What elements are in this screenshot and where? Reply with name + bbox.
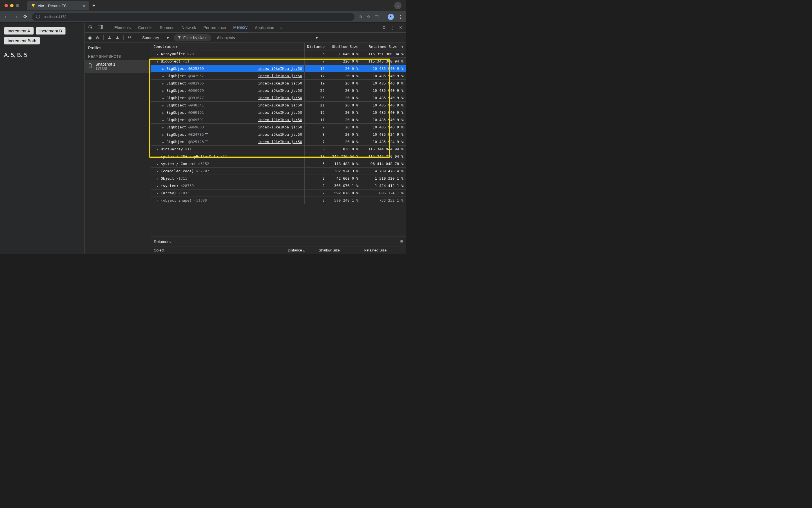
triangle-closed-icon[interactable] [157, 176, 160, 180]
triangle-closed-icon[interactable] [163, 81, 165, 85]
new-tab-button[interactable]: + [92, 3, 95, 9]
col-distance[interactable]: Distance [305, 43, 327, 50]
heap-table[interactable]: Constructor Distance Shallow Size Retain… [151, 43, 406, 204]
triangle-closed-icon[interactable] [157, 198, 160, 203]
tab-application[interactable]: Application [254, 23, 275, 32]
triangle-closed-icon[interactable] [163, 125, 165, 129]
triangle-closed-icon[interactable] [157, 191, 160, 195]
table-row[interactable]: (compiled code) ×377873302 924 3 %4 709 … [151, 168, 406, 175]
bookmark-icon[interactable]: ☆ [367, 14, 370, 19]
triangle-closed-icon[interactable] [163, 67, 165, 71]
col-constructor[interactable]: Constructor [151, 43, 305, 50]
save-icon[interactable] [116, 35, 119, 40]
source-link[interactable]: index-iDkeIKba.js:50 [258, 125, 302, 129]
reload-button[interactable]: ⟳ [23, 14, 28, 20]
gc-icon[interactable] [128, 35, 131, 40]
table-row[interactable]: BigObject @825869index-iDkeIKba.js:50152… [151, 65, 406, 72]
table-row[interactable]: system / Context ×51523118 488 0 %96 414… [151, 160, 406, 168]
triangle-closed-icon[interactable] [163, 111, 165, 115]
snapshot-item[interactable]: Snapshot 1 123 MB [85, 60, 151, 73]
extensions-icon[interactable]: ❐ [375, 14, 378, 19]
source-link[interactable]: index-iDkeIKba.js:50 [258, 140, 302, 144]
retainers-col-object[interactable]: Object [151, 246, 285, 254]
tab-sources[interactable]: Sources [159, 23, 175, 32]
table-row[interactable]: (object shape) ×116892599 248 1 %733 252… [151, 197, 406, 204]
retainers-col-shallow[interactable]: Shallow Size [316, 246, 361, 254]
triangle-closed-icon[interactable] [163, 132, 165, 136]
table-row[interactable]: BigObject @969603index-iDkeIKba.js:50920… [151, 124, 406, 131]
source-link[interactable]: index-iDkeIKba.js:50 [258, 111, 302, 115]
table-row[interactable]: Object ×1711242 668 0 %1 519 320 1 % [151, 175, 406, 182]
triangle-closed-icon[interactable] [163, 140, 165, 144]
load-icon[interactable] [108, 35, 112, 40]
table-row[interactable]: BigObject @824785index-iDkeIKba.js:50820… [151, 131, 406, 138]
tab-memory[interactable]: Memory [232, 23, 249, 32]
triangle-closed-icon[interactable] [157, 183, 160, 188]
retainers-menu-icon[interactable]: ≡ [400, 239, 403, 245]
record-icon[interactable]: ◉ [88, 35, 92, 40]
table-row[interactable]: (array) ×10332592 876 0 %885 124 1 % [151, 189, 406, 197]
triangle-closed-icon[interactable] [157, 154, 160, 159]
triangle-closed-icon[interactable] [157, 147, 160, 151]
table-row[interactable]: ArrayBuffer ×2031 040 0 %115 351 360 94 … [151, 50, 406, 58]
tab-elements[interactable]: Elements [113, 23, 132, 32]
clear-icon[interactable]: ⊘ [96, 35, 99, 40]
table-row[interactable]: BigObject ×117220 0 %115 345 308 94 % [151, 58, 406, 65]
device-toggle-icon[interactable] [98, 25, 103, 30]
tab-close-icon[interactable]: × [83, 3, 85, 8]
table-row[interactable]: (system) ×287392305 076 1 %1 424 412 1 % [151, 182, 406, 189]
devtools-close-icon[interactable]: ✕ [399, 25, 402, 30]
increment-both-button[interactable]: Increment Both [4, 37, 40, 44]
triangle-closed-icon[interactable] [163, 118, 165, 122]
triangle-open-icon[interactable] [157, 59, 160, 64]
col-retained[interactable]: Retained Size ▼ [361, 43, 406, 50]
source-link[interactable]: index-iDkeIKba.js:50 [258, 103, 302, 107]
table-row[interactable]: Uint8Array ×118836 0 %115 344 944 94 % [151, 145, 406, 153]
forward-button[interactable]: → [13, 14, 18, 20]
tab-network[interactable]: Network [180, 23, 197, 32]
class-filter[interactable]: Filter by class [174, 34, 211, 41]
devtools-menu-icon[interactable]: ⋮ [390, 25, 394, 30]
increment-b-button[interactable]: Increment B [36, 27, 66, 35]
triangle-closed-icon[interactable] [163, 74, 165, 78]
retainers-col-distance[interactable]: Distance▲ [285, 246, 316, 254]
window-close[interactable] [4, 4, 8, 7]
more-tabs-icon[interactable]: » [281, 25, 283, 30]
source-link[interactable]: index-iDkeIKba.js:50 [258, 96, 302, 100]
source-link[interactable]: index-iDkeIKba.js:50 [258, 88, 302, 93]
table-row[interactable]: system / JSArrayBufferData ×1210343 376 … [151, 153, 406, 160]
table-row[interactable]: BigObject @969191index-iDkeIKba.js:50132… [151, 109, 406, 116]
back-button[interactable]: ← [3, 14, 9, 20]
window-maximize[interactable] [16, 4, 19, 7]
tab-performance[interactable]: Performance [202, 23, 227, 32]
view-select[interactable]: Summary ▼ [142, 36, 170, 40]
retainers-col-retained[interactable]: Retained Size [361, 246, 406, 254]
url-input[interactable]: ⓘ localhost:4173 [32, 13, 354, 21]
chevron-down-icon[interactable]: ⌄ [394, 2, 401, 9]
table-row[interactable]: BigObject @881965index-iDkeIKba.js:50192… [151, 80, 406, 87]
source-link[interactable]: index-iDkeIKba.js:50 [258, 74, 302, 78]
profile-avatar[interactable] [388, 14, 394, 20]
browser-menu-icon[interactable]: ⋮ [398, 14, 402, 19]
zoom-icon[interactable]: ⊕ [358, 14, 362, 19]
table-row[interactable]: BigObject @969591index-iDkeIKba.js:50112… [151, 116, 406, 124]
browser-tab[interactable]: Vite + React + TS × [27, 1, 89, 10]
triangle-closed-icon[interactable] [163, 103, 165, 107]
objects-select[interactable]: All objects ▼ [217, 36, 319, 40]
source-link[interactable]: index-iDkeIKba.js:50 [258, 118, 302, 122]
table-row[interactable]: BigObject @825123index-iDkeIKba.js:50720… [151, 138, 406, 145]
inspect-icon[interactable] [88, 25, 93, 30]
triangle-closed-icon[interactable] [157, 162, 160, 166]
increment-a-button[interactable]: Increment A [4, 27, 34, 35]
table-row[interactable]: BigObject @931677index-iDkeIKba.js:50252… [151, 94, 406, 102]
table-row[interactable]: BigObject @948341index-iDkeIKba.js:50212… [151, 102, 406, 109]
tab-console[interactable]: Console [137, 23, 154, 32]
col-shallow[interactable]: Shallow Size [327, 43, 361, 50]
table-row[interactable]: BigObject @900979index-iDkeIKba.js:50232… [151, 87, 406, 94]
window-minimize[interactable] [10, 4, 13, 7]
site-info-icon[interactable]: ⓘ [36, 14, 40, 19]
triangle-closed-icon[interactable] [157, 52, 160, 56]
source-link[interactable]: index-iDkeIKba.js:50 [258, 67, 302, 71]
triangle-closed-icon[interactable] [157, 169, 160, 173]
source-link[interactable]: index-iDkeIKba.js:50 [258, 81, 302, 85]
